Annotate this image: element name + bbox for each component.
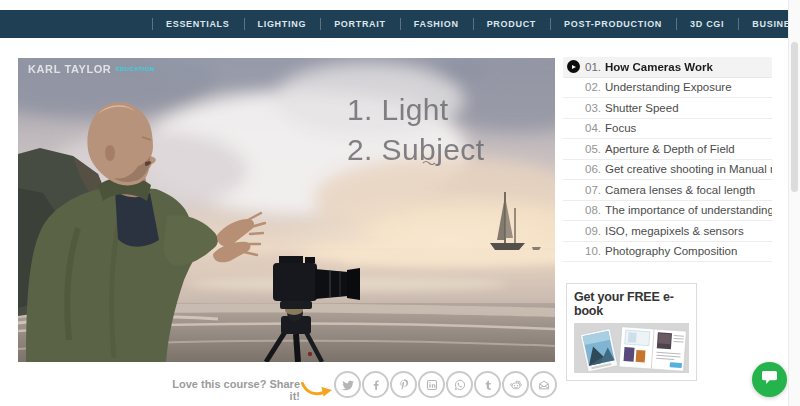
ebook-image xyxy=(574,323,689,373)
nav-item-essentials[interactable]: ESSENTIALS xyxy=(152,10,244,38)
course-item-08[interactable]: 08. The importance of understanding ligh… xyxy=(563,201,772,222)
course-number: 01. xyxy=(585,61,601,73)
nav-item-lighting[interactable]: LIGHTING xyxy=(244,10,321,38)
course-list: 01. How Cameras Work 02. Understanding E… xyxy=(563,57,772,262)
course-number: 09. xyxy=(585,225,601,237)
nav-item-product[interactable]: PRODUCT xyxy=(473,10,550,38)
nav-item-portrait[interactable]: PORTRAIT xyxy=(320,10,400,38)
share-icons xyxy=(334,371,557,398)
play-icon xyxy=(567,60,580,73)
video-overlay-text: 1. Light 2. Subject xyxy=(347,90,484,170)
course-title: Understanding Exposure xyxy=(605,81,732,93)
course-title: Focus xyxy=(605,122,636,134)
overlay-line-1: 1. Light xyxy=(347,90,484,130)
share-arrow-icon xyxy=(301,381,333,403)
main-nav: ESSENTIALS LIGHTING PORTRAIT FASHION PRO… xyxy=(0,10,788,38)
course-number: 06. xyxy=(585,163,601,175)
course-sidebar: 01. How Cameras Work 02. Understanding E… xyxy=(563,57,772,262)
course-title: Get creative shooting in Manual mode xyxy=(605,163,772,175)
share-whatsapp-icon[interactable] xyxy=(446,371,473,398)
page-scrollbar xyxy=(788,0,800,406)
nav-list: ESSENTIALS LIGHTING PORTRAIT FASHION PRO… xyxy=(0,10,788,38)
course-item-05[interactable]: 05. Aperture & Depth of Field xyxy=(563,139,772,160)
course-title: How Cameras Work xyxy=(605,61,713,73)
nav-item-fashion[interactable]: FASHION xyxy=(400,10,473,38)
course-title: Photography Composition xyxy=(605,245,737,257)
nav-item-post-production[interactable]: POST-PRODUCTION xyxy=(550,10,676,38)
logo-brand-text: KARL TAYLOR xyxy=(28,63,111,75)
share-tumblr-icon[interactable] xyxy=(474,371,501,398)
ebook-title: Get your FREE e-book xyxy=(574,290,689,318)
course-item-06[interactable]: 06. Get creative shooting in Manual mode xyxy=(563,160,772,181)
course-number: 08. xyxy=(585,204,601,216)
logo-education-text: EDUCATION xyxy=(115,66,154,72)
scrollbar-thumb[interactable] xyxy=(791,42,798,192)
course-item-02[interactable]: 02. Understanding Exposure xyxy=(563,78,772,99)
video-player[interactable]: KARL TAYLOR EDUCATION 1. Light 2. Subjec… xyxy=(18,58,555,362)
course-title: ISO, megapixels & sensors xyxy=(605,225,744,237)
chat-button[interactable] xyxy=(752,362,787,397)
course-item-03[interactable]: 03. Shutter Speed xyxy=(563,98,772,119)
course-title: Aperture & Depth of Field xyxy=(605,143,735,155)
page: ESSENTIALS LIGHTING PORTRAIT FASHION PRO… xyxy=(0,0,800,406)
ebook-offer[interactable]: Get your FREE e-book xyxy=(566,283,697,381)
course-item-07[interactable]: 07. Camera lenses & focal length xyxy=(563,180,772,201)
share-label: Love this course? Share it! xyxy=(168,378,300,402)
course-title: Shutter Speed xyxy=(605,102,679,114)
course-number: 10. xyxy=(585,245,601,257)
course-number: 05. xyxy=(585,143,601,155)
course-number: 07. xyxy=(585,184,601,196)
course-item-10[interactable]: 10. Photography Composition xyxy=(563,242,772,263)
nav-item-3d-cgi[interactable]: 3D CGI xyxy=(676,10,738,38)
course-title: Camera lenses & focal length xyxy=(605,184,755,196)
share-linkedin-icon[interactable] xyxy=(418,371,445,398)
course-number: 04. xyxy=(585,122,601,134)
share-twitter-icon[interactable] xyxy=(334,371,361,398)
overlay-line-2: 2. Subject xyxy=(347,130,484,170)
course-number: 02. xyxy=(585,81,601,93)
share-reddit-icon[interactable] xyxy=(502,371,529,398)
course-title: The importance of understanding light xyxy=(605,204,772,216)
share-pinterest-icon[interactable] xyxy=(390,371,417,398)
share-facebook-icon[interactable] xyxy=(362,371,389,398)
course-item-01[interactable]: 01. How Cameras Work xyxy=(563,57,772,78)
share-email-icon[interactable] xyxy=(530,371,557,398)
karl-taylor-logo: KARL TAYLOR EDUCATION xyxy=(28,63,154,75)
chat-bubble-icon xyxy=(761,370,778,389)
course-item-09[interactable]: 09. ISO, megapixels & sensors xyxy=(563,221,772,242)
course-item-04[interactable]: 04. Focus xyxy=(563,119,772,140)
course-number: 03. xyxy=(585,102,601,114)
